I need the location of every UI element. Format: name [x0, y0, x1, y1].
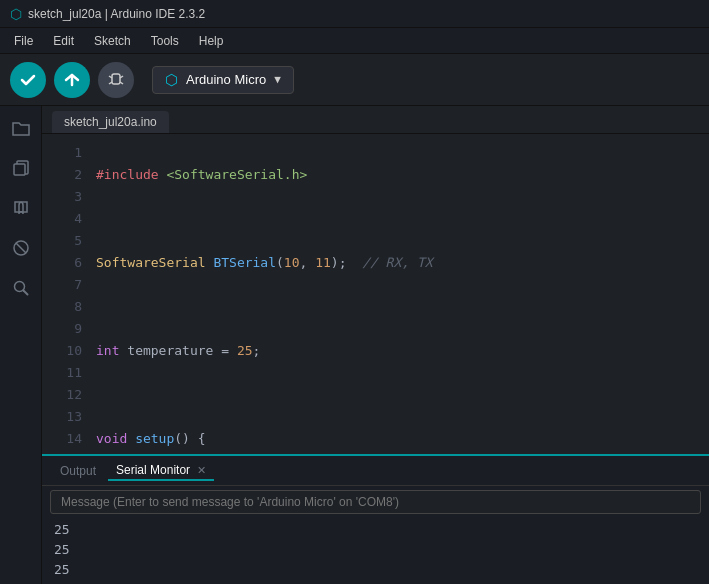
serial-input[interactable]: [50, 490, 701, 514]
verify-button[interactable]: [10, 62, 46, 98]
tab-output[interactable]: Output: [52, 462, 104, 480]
serial-monitor-close[interactable]: ✕: [197, 464, 206, 476]
title-bar: ⬡ sketch_jul20a | Arduino IDE 2.3.2: [0, 0, 709, 28]
search-icon[interactable]: [9, 276, 33, 300]
bottom-panel: Output Serial Monitor ✕ 25 25 25: [42, 454, 709, 584]
menu-help[interactable]: Help: [191, 32, 232, 50]
code-line-1: #include <SoftwareSerial.h>: [96, 164, 709, 186]
block-icon[interactable]: [9, 236, 33, 260]
folder-icon[interactable]: [9, 116, 33, 140]
code-line-3: SoftwareSerial BTSerial(10, 11); // RX, …: [96, 252, 709, 274]
serial-line-3: 25: [54, 560, 697, 580]
content-area: sketch_jul20a.ino 1 2 3 4 5 6 7 8 9 10 1…: [42, 106, 709, 584]
svg-rect-1: [112, 74, 120, 84]
book-icon[interactable]: [9, 196, 33, 220]
chevron-down-icon: ▼: [274, 73, 281, 86]
code-line-2: [96, 208, 709, 230]
bottom-tabs: Output Serial Monitor ✕: [42, 456, 709, 486]
menu-bar: File Edit Sketch Tools Help: [0, 28, 709, 54]
line-numbers: 1 2 3 4 5 6 7 8 9 10 11 12 13 14 15 16 1…: [42, 134, 92, 454]
svg-line-10: [23, 291, 27, 295]
code-line-6: [96, 384, 709, 406]
copy-icon[interactable]: [9, 156, 33, 180]
board-selector[interactable]: ⬡ Arduino Micro ▼: [152, 66, 294, 94]
title-bar-text: sketch_jul20a | Arduino IDE 2.3.2: [28, 7, 205, 21]
sidebar: [0, 106, 42, 584]
svg-line-4: [109, 82, 112, 84]
menu-edit[interactable]: Edit: [45, 32, 82, 50]
tab-serial-monitor[interactable]: Serial Monitor ✕: [108, 461, 214, 481]
menu-file[interactable]: File: [6, 32, 41, 50]
svg-line-8: [16, 243, 26, 253]
code-content[interactable]: #include <SoftwareSerial.h> SoftwareSeri…: [92, 134, 709, 454]
board-name: Arduino Micro: [186, 72, 266, 87]
serial-output: 25 25 25: [42, 518, 709, 584]
code-line-5: int temperature = 25;: [96, 340, 709, 362]
toolbar: ⬡ Arduino Micro ▼: [0, 54, 709, 106]
code-editor[interactable]: 1 2 3 4 5 6 7 8 9 10 11 12 13 14 15 16 1…: [42, 134, 709, 454]
code-line-4: [96, 296, 709, 318]
menu-sketch[interactable]: Sketch: [86, 32, 139, 50]
menu-tools[interactable]: Tools: [143, 32, 187, 50]
svg-rect-6: [14, 164, 25, 175]
serial-line-2: 25: [54, 540, 697, 560]
file-tab-sketch[interactable]: sketch_jul20a.ino: [52, 111, 169, 133]
main-layout: sketch_jul20a.ino 1 2 3 4 5 6 7 8 9 10 1…: [0, 106, 709, 584]
code-line-7: void setup() {: [96, 428, 709, 450]
file-tabs: sketch_jul20a.ino: [42, 106, 709, 134]
board-usb-icon: ⬡: [165, 71, 178, 89]
serial-line-1: 25: [54, 520, 697, 540]
svg-line-5: [120, 82, 123, 84]
upload-button[interactable]: [54, 62, 90, 98]
app-icon: ⬡: [10, 6, 22, 22]
debug-button[interactable]: [98, 62, 134, 98]
